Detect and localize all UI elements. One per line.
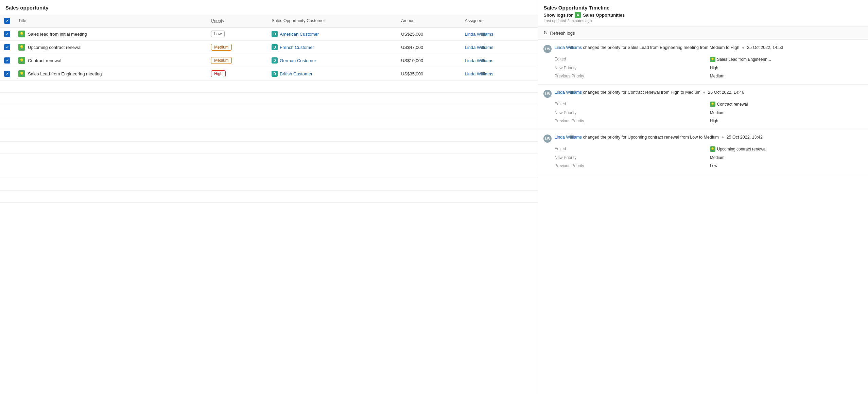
refresh-section: ↻ Refresh logs bbox=[538, 26, 868, 40]
detail-value: Medium bbox=[710, 73, 863, 79]
detail-icon: 💡 bbox=[710, 57, 715, 62]
customer-doc-icon: D bbox=[272, 71, 278, 77]
timeline-title: Sales Opportunity Timeline bbox=[543, 5, 863, 11]
row-customer: D French Customer bbox=[267, 41, 397, 54]
empty-row bbox=[0, 191, 538, 203]
event-timestamp: 25 Oct 2022, 14:46 bbox=[708, 90, 744, 95]
detail-value: 💡 Upcoming contract renewal bbox=[710, 145, 863, 153]
detail-value: Low bbox=[710, 162, 863, 169]
empty-row bbox=[0, 117, 538, 129]
row-amount: US$25,000 bbox=[397, 28, 461, 41]
table-row: Contract renewal Medium D German Custome… bbox=[0, 54, 538, 67]
opportunity-icon bbox=[18, 57, 25, 64]
right-panel: Sales Opportunity Timeline Show logs for… bbox=[538, 0, 868, 394]
row-checkbox[interactable] bbox=[4, 57, 10, 64]
event-header: LW Linda Williams changed the priority f… bbox=[543, 44, 863, 53]
empty-row bbox=[0, 105, 538, 117]
row-checkbox[interactable] bbox=[4, 31, 10, 37]
row-checkbox-cell bbox=[0, 41, 14, 54]
customer-link[interactable]: British Customer bbox=[280, 71, 312, 76]
last-updated: Last updated 2 minutes ago bbox=[543, 19, 863, 23]
empty-row bbox=[0, 154, 538, 166]
row-priority: High bbox=[207, 67, 267, 80]
customer-doc-icon: D bbox=[272, 57, 278, 64]
row-amount: US$10,000 bbox=[397, 54, 461, 67]
customer-doc-icon: D bbox=[272, 44, 278, 50]
event-header: LW Linda Williams changed the priority f… bbox=[543, 89, 863, 98]
col-header-customer: Sales Opportunity Customer bbox=[267, 14, 397, 28]
show-logs-row: Show logs for 4 Sales Opportunities bbox=[543, 12, 863, 18]
event-user-link[interactable]: Linda Williams bbox=[554, 135, 582, 140]
timeline-event: LW Linda Williams changed the priority f… bbox=[538, 129, 868, 174]
event-timestamp: 25 Oct 2022, 13:42 bbox=[727, 135, 763, 140]
col-header-title: Title bbox=[14, 14, 207, 28]
table-row: Sales lead from initial meeting Low D Am… bbox=[0, 28, 538, 41]
empty-row bbox=[0, 142, 538, 154]
user-avatar: LW bbox=[543, 90, 552, 98]
row-assignee: Linda Williams bbox=[461, 41, 538, 54]
assignee-link[interactable]: Linda Williams bbox=[465, 32, 493, 37]
row-amount: US$35,000 bbox=[397, 67, 461, 80]
row-title: Contract renewal bbox=[14, 54, 207, 67]
priority-badge[interactable]: Medium bbox=[211, 44, 232, 51]
detail-value: Medium bbox=[710, 154, 863, 161]
logs-count-badge: 4 bbox=[575, 12, 581, 18]
detail-label: Edited bbox=[554, 145, 707, 153]
row-title: Sales lead from initial meeting bbox=[14, 28, 207, 41]
detail-label: New Priority bbox=[554, 65, 707, 71]
row-checkbox[interactable] bbox=[4, 44, 10, 50]
customer-link[interactable]: American Customer bbox=[280, 32, 319, 37]
detail-label: New Priority bbox=[554, 154, 707, 161]
empty-row bbox=[0, 80, 538, 93]
refresh-label: Refresh logs bbox=[550, 31, 575, 36]
event-description: Linda Williams changed the priority for … bbox=[554, 134, 762, 141]
select-all-checkbox[interactable] bbox=[4, 18, 10, 24]
priority-badge[interactable]: Low bbox=[211, 31, 225, 37]
event-user-link[interactable]: Linda Williams bbox=[554, 90, 582, 95]
detail-icon: 💡 bbox=[710, 146, 715, 152]
row-amount: US$47,000 bbox=[397, 41, 461, 54]
row-customer: D American Customer bbox=[267, 28, 397, 41]
col-header-priority[interactable]: Priority bbox=[207, 14, 267, 28]
detail-value: 💡 Contract renewal bbox=[710, 101, 863, 108]
col-header-amount: Amount bbox=[397, 14, 461, 28]
detail-label: Previous Priority bbox=[554, 162, 707, 169]
event-details-grid: Edited 💡 Upcoming contract renewal New P… bbox=[554, 145, 863, 169]
detail-label: Previous Priority bbox=[554, 73, 707, 79]
empty-row bbox=[0, 129, 538, 142]
event-header: LW Linda Williams changed the priority f… bbox=[543, 134, 863, 143]
detail-label: New Priority bbox=[554, 109, 707, 116]
left-panel: Sales opportunity Title Priority Sales O… bbox=[0, 0, 538, 394]
detail-value: High bbox=[710, 65, 863, 71]
refresh-icon: ↻ bbox=[543, 30, 548, 36]
assignee-link[interactable]: Linda Williams bbox=[465, 45, 493, 50]
timeline-events: LW Linda Williams changed the priority f… bbox=[538, 40, 868, 174]
detail-value: 💡 Sales Lead from Engineerin… bbox=[710, 56, 863, 63]
event-user-link[interactable]: Linda Williams bbox=[554, 45, 582, 50]
row-priority: Low bbox=[207, 28, 267, 41]
opportunity-icon bbox=[18, 44, 25, 51]
row-assignee: Linda Williams bbox=[461, 54, 538, 67]
assignee-link[interactable]: Linda Williams bbox=[465, 58, 493, 63]
customer-link[interactable]: French Customer bbox=[280, 45, 314, 50]
table-row: Upcoming contract renewal Medium D Frenc… bbox=[0, 41, 538, 54]
customer-doc-icon: D bbox=[272, 31, 278, 37]
event-time-dot: ● bbox=[703, 90, 706, 95]
detail-label: Edited bbox=[554, 101, 707, 108]
row-title: Upcoming contract renewal bbox=[14, 41, 207, 54]
detail-icon: 💡 bbox=[710, 102, 715, 107]
opportunity-icon bbox=[18, 31, 25, 37]
empty-row bbox=[0, 178, 538, 191]
sales-opportunity-table: Title Priority Sales Opportunity Custome… bbox=[0, 14, 538, 203]
row-checkbox[interactable] bbox=[4, 71, 10, 77]
event-time-dot: ● bbox=[742, 45, 745, 50]
priority-badge[interactable]: Medium bbox=[211, 57, 232, 64]
event-details-grid: Edited 💡 Contract renewal New Priority M… bbox=[554, 101, 863, 124]
row-assignee: Linda Williams bbox=[461, 67, 538, 80]
refresh-logs-button[interactable]: ↻ Refresh logs bbox=[543, 29, 575, 37]
customer-link[interactable]: German Customer bbox=[280, 58, 316, 63]
row-customer: D German Customer bbox=[267, 54, 397, 67]
priority-badge[interactable]: High bbox=[211, 70, 226, 77]
detail-value: Medium bbox=[710, 109, 863, 116]
assignee-link[interactable]: Linda Williams bbox=[465, 71, 493, 76]
